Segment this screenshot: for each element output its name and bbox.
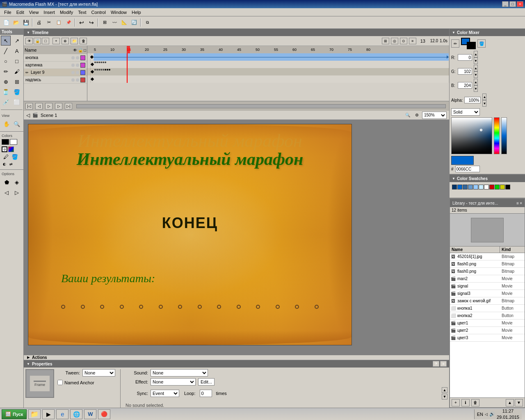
cm-r-up[interactable]: ▲ <box>474 51 478 57</box>
lib-item-8[interactable]: ⬜ кнопка2 Button <box>450 312 525 320</box>
prop-effect-select[interactable]: None <box>151 378 196 386</box>
minimize-btn[interactable]: _ <box>502 1 509 7</box>
prop-sound-select[interactable]: None <box>151 369 208 377</box>
prop-tween-select[interactable]: None Motion Shape <box>82 369 115 377</box>
toolbar-smooth[interactable]: 〰 <box>110 18 119 27</box>
close-btn[interactable]: × <box>517 1 523 7</box>
modify-onion-markers-btn[interactable]: ≡ <box>409 38 416 44</box>
color-spectrum[interactable] <box>451 117 492 154</box>
toolbar-save[interactable]: 💾 <box>21 18 30 27</box>
layer-outline-icon[interactable]: □ <box>84 48 86 52</box>
taskbar-word-btn[interactable]: W <box>84 409 96 419</box>
prop-loop-input[interactable] <box>200 390 212 397</box>
color-mixer-header[interactable]: ▼ Color Mixer <box>450 29 525 36</box>
line-tool[interactable]: ╱ <box>1 46 11 56</box>
layer-kartinka[interactable]: картинка <box>24 62 87 69</box>
cm-stroke-box[interactable] <box>467 42 476 49</box>
oval-tool[interactable]: ○ <box>1 56 11 66</box>
props-options-btn[interactable]: ≡ <box>440 361 447 367</box>
props-collapse[interactable]: ▼ <box>26 362 30 366</box>
stage-nav-btn1[interactable]: 🔍 <box>404 112 411 119</box>
lib-menu-btn[interactable]: ≡ <box>516 201 519 205</box>
arrow-tool[interactable]: ↖ <box>1 36 11 46</box>
toolbar-open[interactable]: 📂 <box>11 18 21 27</box>
cm-r-input[interactable] <box>458 54 472 61</box>
nav-back[interactable]: ◁ <box>26 112 30 118</box>
no-color-btn[interactable]: ⊘ <box>2 146 7 152</box>
actions-collapse[interactable]: ▶ <box>26 356 30 360</box>
add-layer-btn[interactable]: + <box>52 38 60 44</box>
toolbar-redo[interactable]: ↪ <box>87 18 96 27</box>
toolbar-straighten[interactable]: 📐 <box>120 18 129 27</box>
delete-layer-btn[interactable]: 🗑 <box>80 38 87 44</box>
lib-props-btn[interactable]: ℹ <box>461 399 470 406</box>
eyedropper-tool[interactable]: 💉 <box>1 97 11 107</box>
menu-help[interactable]: Help <box>129 9 144 16</box>
eraser-tool[interactable]: ⬜ <box>12 97 22 107</box>
lib-delete-btn[interactable]: 🗑 <box>471 399 479 406</box>
toolbar-rotate[interactable]: 🔄 <box>130 18 139 27</box>
zoom-tool[interactable]: 🔍 <box>12 119 22 129</box>
toolbar-undo[interactable]: ↩ <box>77 18 86 27</box>
layer-nadpis[interactable]: надпись <box>24 76 87 84</box>
lib-item-0[interactable]: 🖼 452016[1].jpg Bitmap <box>450 253 525 260</box>
lib-item-5[interactable]: 🎬 signal3 Movie <box>450 290 525 297</box>
prop-sync-select[interactable]: Event Start Stop Stream <box>151 390 179 397</box>
timeline-scrollbar[interactable] <box>76 104 446 108</box>
fill-color-swatch[interactable] <box>10 139 17 145</box>
stroke-color-swatch[interactable] <box>2 139 9 145</box>
cm-b-input[interactable] <box>458 82 472 89</box>
lib-item-1[interactable]: 🖼 flash0.png Bitmap <box>450 260 525 268</box>
cm-b-down[interactable]: ▼ <box>474 85 478 92</box>
add-motion-guide-btn[interactable]: ⊕ <box>62 38 69 44</box>
hue-slider[interactable] <box>494 117 500 154</box>
lib-item-10[interactable]: 🎬 цвет2 Movie <box>450 327 525 334</box>
frame-row-2[interactable] <box>87 68 449 75</box>
subselect-tool[interactable]: ↗ <box>12 36 22 46</box>
stage-nav-btn2[interactable]: ⚙ <box>413 112 420 119</box>
maximize-btn[interactable]: □ <box>509 1 516 7</box>
lib-item-7[interactable]: ⬜ кнопка1 Button <box>450 305 525 312</box>
prop-edit-btn[interactable]: Edit... <box>198 378 215 386</box>
swatch-yellow[interactable] <box>500 185 505 189</box>
properties-header[interactable]: ▼ Properties ? ≡ <box>24 360 449 368</box>
actions-bar[interactable]: ▶ Actions <box>24 355 449 360</box>
toolbar-new[interactable]: 📄 <box>2 18 11 27</box>
option-3[interactable]: ◁ <box>2 187 11 197</box>
menu-control[interactable]: Control <box>89 9 108 16</box>
taskbar-media-btn[interactable]: ▶ <box>42 409 55 419</box>
hand-tool[interactable]: ✋ <box>2 119 11 129</box>
prop-up-btn[interactable]: ▲ <box>442 387 447 393</box>
step-fwd-btn[interactable]: ▷ <box>55 103 62 110</box>
scene-name[interactable]: Scene 1 <box>41 113 57 118</box>
lib-add-btn[interactable]: + <box>452 399 460 406</box>
swatch-red[interactable] <box>489 185 494 189</box>
timeline-header[interactable]: ▼ Timeline <box>24 29 449 36</box>
swap-stroke-fill-btn[interactable]: ⇄ <box>8 161 14 167</box>
taskbar-ie-btn[interactable]: e <box>56 409 68 419</box>
menu-edit[interactable]: Edit <box>14 9 27 16</box>
lib-col-name-header[interactable]: Name <box>450 247 500 253</box>
toolbar-align[interactable]: ⧉ <box>143 18 152 27</box>
lib-item-3[interactable]: 🎬 man2 Movie <box>450 275 525 283</box>
layer-knopka[interactable]: кнопка <box>24 54 87 62</box>
swatch-white[interactable] <box>484 185 489 189</box>
ink-bottle-tool[interactable]: 🫙 <box>1 87 11 97</box>
swatch-vpalblue[interactable] <box>479 185 484 189</box>
cm-g-down[interactable]: ▼ <box>474 71 478 78</box>
center-frame-btn[interactable]: ⊞ <box>382 38 389 44</box>
cm-g-up[interactable]: ▲ <box>474 65 478 71</box>
menu-modify[interactable]: Modify <box>57 9 75 16</box>
swatch-green[interactable] <box>495 185 500 189</box>
current-color-box[interactable] <box>451 156 474 165</box>
start-button[interactable]: 🪟 Пуск <box>2 409 27 419</box>
library-titlebar[interactable]: Library - тест для инте... ≡ × <box>450 199 525 207</box>
stage[interactable]: Интеллектуальный марафон Интеллектуальны… <box>28 124 352 345</box>
swatch-lightblue[interactable] <box>468 185 473 189</box>
frame-row-3[interactable] <box>87 75 449 83</box>
swatch-palblue[interactable] <box>473 185 478 189</box>
named-anchor-checkbox[interactable] <box>57 380 63 385</box>
lib-item-2[interactable]: 🖼 flash0.png Bitmap <box>450 268 525 275</box>
hex-input[interactable] <box>455 166 480 172</box>
cm-r-down[interactable]: ▼ <box>474 57 478 64</box>
